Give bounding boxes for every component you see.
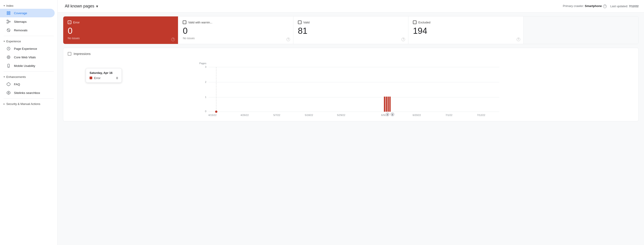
header-bar: All known pages ▾ Primary crawler: Smart… — [58, 0, 644, 13]
x-label-3: 5/18/22 — [305, 114, 313, 116]
valid-count: 81 — [298, 26, 404, 36]
error-count: 0 — [68, 26, 174, 36]
valid-warning-help-icon[interactable]: ? — [286, 38, 290, 41]
status-card-valid-warning[interactable]: Valid with warnin... 0 No issues ? — [178, 17, 293, 44]
valid-warning-desc: No issues — [183, 37, 288, 40]
y-label-1: 1 — [205, 96, 206, 98]
error-desc: No issues — [68, 37, 174, 40]
error-card-header: ✓ Error — [68, 21, 174, 24]
bar-1 — [384, 97, 385, 112]
divider — [4, 36, 54, 36]
valid-help-icon[interactable]: ? — [402, 38, 405, 41]
valid-warning-checkbox-icon — [183, 21, 186, 24]
svg-line-7 — [8, 21, 9, 22]
index-chevron-icon: ▾ — [4, 4, 5, 7]
content-area: ✓ Error 0 No issues ? Valid with warnin.… — [58, 13, 644, 125]
y-label-3: 3 — [205, 66, 206, 68]
status-cards: ✓ Error 0 No issues ? Valid with warnin.… — [63, 16, 638, 44]
status-card-valid[interactable]: Valid 81 ? — [294, 17, 408, 44]
sitelinks-searchbox-icon — [6, 91, 11, 95]
error-label: Error — [73, 21, 80, 24]
x-label-1: 4/26/22 — [240, 114, 249, 116]
divider — [4, 98, 54, 99]
sidebar-item-label: Coverage — [14, 12, 27, 15]
error-checkbox-icon: ✓ — [68, 21, 71, 24]
main-content: All known pages ▾ Primary crawler: Smart… — [58, 0, 644, 245]
sidebar-item-removals[interactable]: Removals — [0, 26, 55, 35]
y-label-0: 0 — [205, 110, 206, 113]
enhancements-section-header[interactable]: ▾ Enhancements — [0, 73, 58, 80]
bar-2 — [386, 97, 387, 112]
x-label-4: 5/29/22 — [337, 114, 346, 116]
last-updated-value: 7/12/22 — [629, 5, 638, 8]
core-web-vitals-icon — [6, 55, 11, 60]
primary-crawler-label: Primary crawler: Smartphone ? — [563, 4, 607, 8]
excluded-count: 194 — [413, 26, 519, 36]
excluded-help-icon[interactable]: ? — [517, 38, 520, 41]
security-section-header[interactable]: ▸ Security & Manual Actions — [0, 100, 58, 107]
event-marker-1-label: 1 — [387, 114, 388, 116]
sitemaps-icon — [6, 19, 11, 24]
svg-line-8 — [8, 22, 9, 23]
sidebar-item-label: Removals — [14, 29, 28, 32]
sidebar-item-sitemaps[interactable]: Sitemaps — [0, 17, 55, 26]
pages-dropdown[interactable]: All known pages ▾ — [63, 3, 100, 10]
status-card-error[interactable]: ✓ Error 0 No issues ? — [63, 17, 178, 44]
chart-title: Impressions — [74, 52, 90, 56]
sidebar-item-sitelinks-searchbox[interactable]: Sitelinks searchbox — [0, 89, 55, 97]
x-label-0: 4/15/22 — [208, 114, 217, 116]
impressions-checkbox[interactable] — [68, 52, 71, 56]
error-help-icon[interactable]: ? — [171, 38, 175, 41]
sidebar-item-faq[interactable]: FAQ — [0, 80, 55, 89]
sidebar-item-page-experience[interactable]: Page Experience — [0, 44, 55, 53]
y-label-pages: Pages — [199, 62, 206, 65]
bar-4 — [389, 97, 391, 112]
valid-warning-label: Valid with warnin... — [188, 21, 212, 24]
dropdown-arrow-icon: ▾ — [96, 4, 98, 9]
status-card-excluded[interactable]: Excluded 194 ? — [408, 17, 524, 44]
header-meta: Primary crawler: Smartphone ? Last updat… — [563, 4, 638, 8]
svg-rect-4 — [7, 20, 8, 21]
coverage-icon — [6, 11, 11, 15]
last-updated: Last updated: 7/12/22 — [610, 5, 638, 8]
svg-marker-17 — [7, 91, 10, 95]
enhancements-chevron-icon: ▾ — [4, 75, 5, 78]
event-marker-2-label: 1 — [392, 114, 393, 116]
valid-label: Valid — [303, 21, 310, 24]
data-point-dot — [215, 111, 217, 113]
removals-icon — [6, 28, 11, 33]
experience-section-header[interactable]: ▾ Experience — [0, 37, 58, 44]
svg-rect-5 — [7, 22, 8, 24]
index-label: Index — [6, 4, 14, 8]
sidebar-item-coverage[interactable]: Coverage — [0, 9, 55, 17]
crawler-help-icon[interactable]: ? — [603, 5, 607, 8]
sidebar-item-core-web-vitals[interactable]: Core Web Vitals — [0, 53, 55, 62]
svg-rect-1 — [9, 12, 10, 13]
valid-warning-count: 0 — [183, 26, 288, 36]
chart-container: Impressions Saturday, Apr 16 Error 0 Pag… — [63, 48, 638, 121]
sidebar-item-label: Page Experience — [14, 47, 37, 51]
excluded-label: Excluded — [418, 21, 430, 24]
y-label-2: 2 — [205, 81, 206, 83]
index-section-header[interactable]: ▾ Index — [0, 2, 58, 9]
sidebar-item-mobile-usability[interactable]: Mobile Usability — [0, 62, 55, 70]
bar-3 — [388, 97, 389, 112]
x-label-2: 5/7/22 — [274, 114, 280, 116]
security-chevron-icon: ▸ — [4, 102, 5, 105]
svg-point-13 — [8, 57, 9, 58]
svg-rect-0 — [7, 12, 8, 13]
chart-wrapper: Saturday, Apr 16 Error 0 Pages 3 2 1 0 — [68, 59, 634, 118]
status-card-empty — [524, 17, 638, 44]
experience-chevron-icon: ▾ — [4, 40, 5, 43]
svg-rect-6 — [9, 21, 10, 22]
svg-rect-2 — [7, 14, 8, 15]
x-label-7: 7/1/22 — [446, 114, 452, 116]
chart-svg: Pages 3 2 1 0 — [68, 59, 634, 118]
svg-rect-3 — [9, 14, 10, 15]
chart-header: Impressions — [68, 52, 634, 56]
svg-marker-16 — [7, 83, 10, 86]
x-label-6: 6/20/22 — [413, 114, 421, 116]
svg-line-10 — [7, 29, 10, 31]
mobile-usability-icon — [6, 64, 11, 68]
x-label-8: 7/12/22 — [477, 114, 485, 116]
